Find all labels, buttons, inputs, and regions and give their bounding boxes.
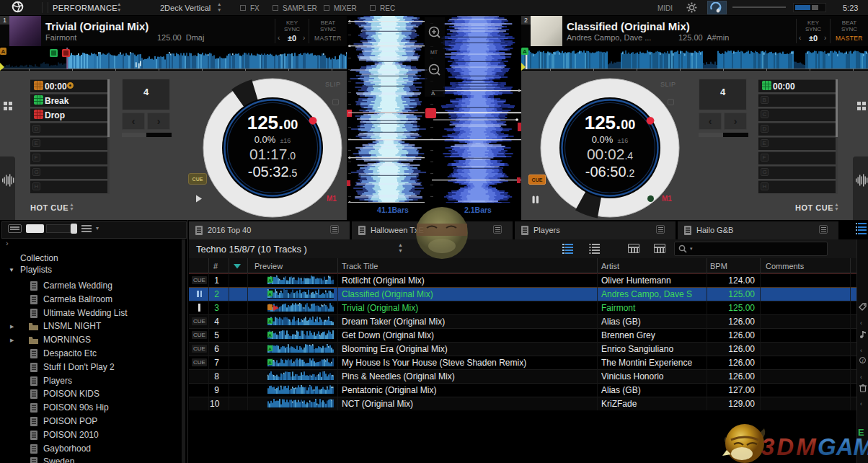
- svg-text:A: A: [268, 361, 272, 365]
- svg-text:41.1Bars: 41.1Bars: [377, 206, 409, 214]
- svg-text:A: A: [1, 48, 6, 55]
- svg-text:A: A: [268, 347, 272, 351]
- svg-text:A: A: [268, 292, 272, 296]
- svg-text:GAME: GAME: [818, 433, 868, 460]
- svg-text:A: A: [523, 48, 527, 55]
- svg-text:A: A: [268, 319, 272, 324]
- svg-text:3DM: 3DM: [761, 433, 818, 460]
- svg-text:A: A: [268, 333, 272, 338]
- svg-text:A: A: [431, 90, 435, 97]
- svg-text:A: A: [268, 278, 272, 283]
- svg-text:MT: MT: [430, 50, 438, 55]
